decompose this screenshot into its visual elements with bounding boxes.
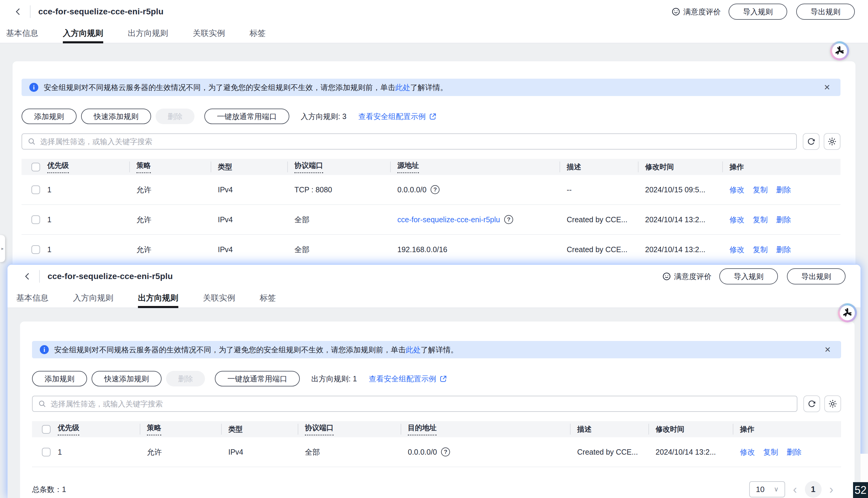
delete-link[interactable]: 删除 xyxy=(776,185,791,195)
copy-link[interactable]: 复制 xyxy=(753,185,768,195)
col-actions: 操作 xyxy=(733,421,841,437)
current-page-button[interactable]: 1 xyxy=(805,481,821,498)
copy-link[interactable]: 复制 xyxy=(753,215,768,225)
banner-link[interactable]: 此处 xyxy=(395,82,410,92)
pagination-footer: 总条数：1 10 ∨ ‹ 1 › xyxy=(32,481,841,498)
refresh-button[interactable] xyxy=(803,395,820,412)
tab-inbound-rules[interactable]: 入方向规则 xyxy=(63,23,103,43)
smiley-icon xyxy=(671,7,681,16)
tab-basic-info[interactable]: 基本信息 xyxy=(6,23,38,43)
column-settings-button[interactable] xyxy=(824,133,841,150)
help-icon[interactable]: ? xyxy=(441,447,450,456)
cell-strategy: 允许 xyxy=(129,215,211,225)
trefoil-logo-icon xyxy=(832,43,847,58)
delete-link[interactable]: 删除 xyxy=(776,245,791,254)
config-example-label: 查看安全组配置示例 xyxy=(369,374,436,384)
source-group-link[interactable]: cce-for-sequelize-cce-eni-r5plu xyxy=(397,215,500,224)
tab-bar: 基本信息 入方向规则 出方向规则 关联实例 标签 xyxy=(0,23,868,43)
row-checkbox[interactable] xyxy=(31,215,40,224)
search-row xyxy=(22,133,841,150)
refresh-button[interactable] xyxy=(803,133,819,150)
copy-link[interactable]: 复制 xyxy=(763,447,778,457)
config-example-link[interactable]: 查看安全组配置示例 xyxy=(359,112,437,121)
filter-search-box[interactable] xyxy=(32,396,798,412)
cell-actions: 修改 复制 删除 xyxy=(722,245,841,254)
column-settings-button[interactable] xyxy=(824,395,841,412)
delete-link[interactable]: 删除 xyxy=(787,447,802,457)
cell-type: IPv4 xyxy=(211,215,287,224)
page-size-select[interactable]: 10 ∨ xyxy=(749,481,785,497)
back-chevron-icon xyxy=(14,7,23,16)
config-example-label: 查看安全组配置示例 xyxy=(359,112,426,121)
modify-link[interactable]: 修改 xyxy=(729,215,744,225)
tab-inbound-rules[interactable]: 入方向规则 xyxy=(73,288,113,307)
import-rules-button[interactable]: 导入规则 xyxy=(719,268,778,285)
feedback-button[interactable]: 满意度评价 xyxy=(671,7,721,17)
row-checkbox[interactable] xyxy=(31,185,40,194)
table-row: 1 允许 IPv4 TCP : 8080 0.0.0.0/0? -- 2024/… xyxy=(22,175,841,205)
tab-associated-instances[interactable]: 关联实例 xyxy=(193,23,225,43)
tab-associated-instances[interactable]: 关联实例 xyxy=(203,288,235,307)
row-checkbox[interactable] xyxy=(42,448,51,456)
tab-basic-info[interactable]: 基本信息 xyxy=(16,288,49,307)
add-rule-button[interactable]: 添加规则 xyxy=(22,108,77,124)
assistant-logo-badge[interactable] xyxy=(838,303,857,323)
tab-outbound-rules[interactable]: 出方向规则 xyxy=(138,288,178,307)
next-page-button[interactable]: › xyxy=(829,483,833,495)
copy-link[interactable]: 复制 xyxy=(753,245,768,254)
tab-tags[interactable]: 标签 xyxy=(260,288,276,307)
table-row: 1 允许 IPv4 全部 cce-for-sequelize-cce-eni-r… xyxy=(22,205,841,235)
row-checkbox[interactable] xyxy=(31,245,40,254)
banner-close-icon[interactable]: ✕ xyxy=(824,345,831,354)
import-rules-button[interactable]: 导入规则 xyxy=(728,3,787,20)
banner-close-icon[interactable]: ✕ xyxy=(824,83,830,92)
export-rules-button[interactable]: 导出规则 xyxy=(796,3,855,20)
add-rule-button[interactable]: 添加规则 xyxy=(32,371,87,386)
table-row: 1 允许 IPv4 全部 192.168.0.0/16 Created by C… xyxy=(22,235,841,265)
col-priority: 优先级 xyxy=(40,159,129,175)
assistant-logo-badge[interactable] xyxy=(830,41,849,61)
delete-button[interactable]: 删除 xyxy=(166,371,205,386)
delete-button[interactable]: 删除 xyxy=(156,108,194,124)
rule-count-label: 入方向规则: 3 xyxy=(301,112,347,121)
cell-description: Created by CCE... xyxy=(570,448,648,456)
prev-page-button[interactable]: ‹ xyxy=(793,483,797,495)
back-button[interactable] xyxy=(13,6,23,17)
quick-add-rule-button[interactable]: 快速添加规则 xyxy=(81,108,151,124)
cell-protocol: 全部 xyxy=(287,215,390,225)
export-rules-button[interactable]: 导出规则 xyxy=(787,268,845,285)
tab-outbound-rules[interactable]: 出方向规则 xyxy=(128,23,168,43)
back-button[interactable] xyxy=(23,271,33,281)
tab-tags[interactable]: 标签 xyxy=(249,23,266,43)
banner-link[interactable]: 此处 xyxy=(406,345,421,355)
cell-source: cce-for-sequelize-cce-eni-r5plu? xyxy=(390,215,559,224)
page-header: cce-for-sequelize-cce-eni-r5plu 满意度评价 导入… xyxy=(0,0,868,23)
modify-link[interactable]: 修改 xyxy=(729,185,744,195)
modify-link[interactable]: 修改 xyxy=(740,447,755,457)
feedback-button[interactable]: 满意度评价 xyxy=(662,272,712,281)
col-destination: 目的地址 xyxy=(401,421,570,437)
col-protocol: 协议端口 xyxy=(298,421,401,437)
cell-priority: 1 xyxy=(40,185,129,194)
cell-modified: 2024/10/15 09:5... xyxy=(638,185,722,194)
side-panel-expand-handle[interactable]: ▸ xyxy=(0,235,5,262)
filter-search-box[interactable] xyxy=(22,133,797,149)
delete-link[interactable]: 删除 xyxy=(776,215,791,225)
select-all-checkbox[interactable] xyxy=(42,425,51,434)
select-all-checkbox[interactable] xyxy=(31,163,40,171)
search-input[interactable] xyxy=(51,399,791,408)
table-header-row: 优先级 策略 类型 协议端口 源地址 描述 修改时间 操作 xyxy=(22,159,841,175)
col-description: 描述 xyxy=(559,159,638,175)
table-header-row: 优先级 策略 类型 协议端口 目的地址 描述 修改时间 操作 xyxy=(32,421,841,437)
cell-source: 192.168.0.0/16 xyxy=(390,245,559,254)
help-icon[interactable]: ? xyxy=(504,215,513,224)
col-priority: 优先级 xyxy=(51,421,140,437)
feedback-label: 满意度评价 xyxy=(674,272,712,281)
config-example-link[interactable]: 查看安全组配置示例 xyxy=(369,374,447,384)
quick-add-rule-button[interactable]: 快速添加规则 xyxy=(92,371,161,386)
help-icon[interactable]: ? xyxy=(430,185,440,194)
search-input[interactable] xyxy=(40,137,791,146)
open-common-ports-button[interactable]: 一键放通常用端口 xyxy=(204,108,289,124)
open-common-ports-button[interactable]: 一键放通常用端口 xyxy=(215,371,300,386)
modify-link[interactable]: 修改 xyxy=(729,245,744,254)
